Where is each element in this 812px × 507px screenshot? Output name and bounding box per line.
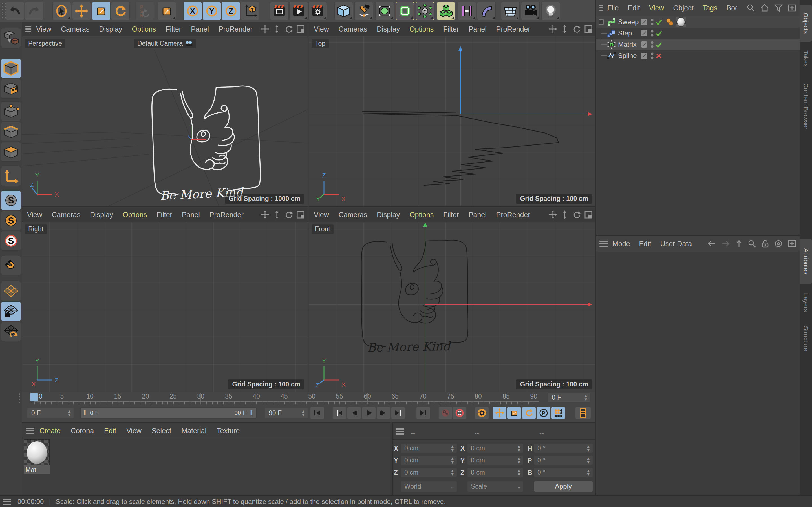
search-icon[interactable] [748,239,756,248]
menu-view[interactable]: View [126,427,142,435]
material-item[interactable]: Mat [24,439,50,475]
play-button[interactable] [362,407,376,419]
enabled-toggle[interactable] [655,30,663,37]
snap-dynamic-button[interactable]: S [1,231,21,251]
viewport-top[interactable]: View Cameras Display Options Filter Pane… [309,22,596,207]
tab-takes[interactable]: Takes [800,45,812,72]
pen-spline-button[interactable] [354,2,373,20]
lock-x-axis-button[interactable]: X [183,2,202,20]
redo-button[interactable] [25,2,43,20]
bend-deformer-button[interactable] [477,2,496,20]
disabled-toggle[interactable] [655,52,663,59]
timeline-drag-handle[interactable] [18,393,21,404]
camera-button[interactable] [521,2,540,20]
tab-attributes[interactable]: Attributes [800,239,812,284]
end-frame-field[interactable]: 90 F▲▼ [264,407,308,418]
model-mode-button[interactable] [1,59,21,78]
menu-display[interactable]: Display [90,211,113,219]
rotation-b-field[interactable]: 0 °▲▼ [534,467,593,477]
coordinate-menu-icon[interactable] [396,427,404,437]
previous-key-button[interactable] [333,407,347,419]
menu-cameras[interactable]: Cameras [52,211,80,219]
timeline-range-slider[interactable]: ‖0 F 90 F‖ [80,407,257,418]
target-icon[interactable] [774,239,783,248]
lock-z-axis-button[interactable]: Z [221,2,240,20]
symmetry-button[interactable] [458,2,476,20]
enabled-toggle[interactable] [655,18,663,25]
menu-view[interactable]: View [649,4,664,12]
menu-material[interactable]: Material [181,427,206,435]
render-picture-viewer-button[interactable] [289,2,308,20]
workplane-button[interactable] [1,281,21,301]
menu-corona[interactable]: Corona [71,427,94,435]
rotate-tool-button[interactable] [111,2,130,20]
goto-start-button[interactable] [310,407,324,419]
tab-layers[interactable]: Layers [800,288,812,317]
material-menu-icon[interactable] [26,426,35,435]
lock-icon[interactable] [761,239,769,248]
rotation-h-field[interactable]: 0 °▲▼ [534,443,593,453]
object-row-sweep[interactable]: Sweep [596,16,800,27]
zoom-view-icon[interactable] [273,210,281,219]
previous-frame-button[interactable] [347,407,361,419]
menu-panel[interactable]: Panel [182,211,200,219]
object-name[interactable]: Step [618,29,632,37]
menu-file[interactable]: File [607,4,619,12]
render-settings-button[interactable] [308,2,327,20]
rotate-view-icon[interactable] [285,210,293,219]
scale-y-field[interactable]: 0 cm▲▼ [467,455,523,465]
menu-select[interactable]: Select [152,427,171,435]
coordinate-system-button[interactable] [241,2,259,20]
menu-mode[interactable]: Mode [612,240,630,248]
key-rotation-button[interactable] [522,407,536,419]
last-used-tool-button[interactable] [158,2,176,20]
back-icon[interactable] [707,239,716,248]
rotation-p-field[interactable]: 0 °▲▼ [534,455,593,465]
viewport-perspective[interactable]: View Cameras Display Options Filter Pane… [22,22,308,207]
object-name[interactable]: Spline [618,52,637,60]
transform-mode-dropdown[interactable]: Scale⌄ [467,481,523,492]
menu-edit[interactable]: Edit [104,427,116,435]
current-frame-field[interactable]: 0 F▲▼ [27,407,74,418]
open-timeline-button[interactable] [575,407,591,419]
home-icon[interactable] [760,4,769,12]
visibility-dots[interactable] [650,41,654,48]
polygon-mode-button[interactable] [1,142,21,162]
apply-button[interactable]: Apply [534,481,593,492]
status-menu-icon[interactable] [3,497,11,506]
position-z-field[interactable]: 0 cm▲▼ [401,467,457,477]
menu-texture[interactable]: Texture [216,427,240,435]
object-name[interactable]: Matrix [618,41,637,48]
menu-options[interactable]: Options [123,211,147,219]
locked-workplane-button[interactable] [1,301,21,321]
texture-mode-button[interactable] [1,79,21,99]
frame-spinner[interactable]: 0 F▲▼ [548,393,591,402]
matrix-object-button[interactable] [416,2,434,20]
tab-structure[interactable]: Structure [800,321,812,356]
filter-icon[interactable] [774,4,783,12]
enabled-toggle[interactable] [655,41,663,48]
viewport-front[interactable]: View Cameras Display Options Filter Pane… [309,208,596,392]
menu-view[interactable]: View [27,211,42,219]
make-editable-button[interactable] [1,28,21,48]
forward-icon[interactable] [721,239,730,248]
workplane-rotate-button[interactable] [1,322,21,341]
points-mode-button[interactable] [1,101,21,121]
position-y-field[interactable]: 0 cm▲▼ [401,455,457,465]
add-panel-icon[interactable] [788,4,796,12]
object-menu-icon[interactable] [599,3,603,12]
position-x-field[interactable]: 0 cm▲▼ [401,443,457,453]
axis-mode-button[interactable] [1,166,21,186]
move-tool-button[interactable] [72,2,91,20]
phong-tag-icon[interactable] [665,18,674,26]
material-tag[interactable] [676,17,686,27]
record-key-button[interactable] [439,407,453,419]
layer-toggle[interactable] [641,41,649,48]
viewport-right[interactable]: View Cameras Display Options Filter Pane… [22,208,308,392]
menu-prorender[interactable]: ProRender [209,211,244,219]
scale-z-field[interactable]: 0 cm▲▼ [467,467,523,477]
layer-toggle[interactable] [641,52,649,59]
tab-content-browser[interactable]: Content Browser [800,75,812,137]
material-name[interactable]: Mat [24,465,50,474]
scale-x-field[interactable]: 0 cm▲▼ [467,443,523,453]
